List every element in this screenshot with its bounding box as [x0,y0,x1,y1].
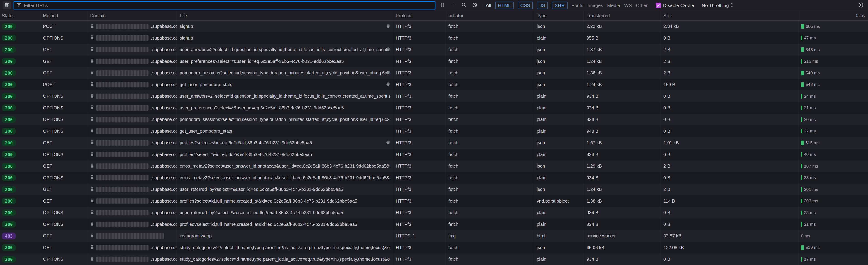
file-cell: user_referred_by?select=*&user_id=eq.6c2… [177,207,393,219]
domain-cell: .supabase.co [87,21,177,32]
filter-tab-ws[interactable]: WS [624,3,632,8]
lock-icon [90,35,94,41]
protocol-cell: HTTP/3 [393,254,446,265]
lock-icon [90,58,94,64]
domain-suffix: .supabase.co [151,105,177,110]
waterfall-time: 24 ms [804,94,816,99]
throttling-select[interactable]: No Throttling [702,2,734,8]
request-file: instagram.webp [180,233,390,238]
pause-recording-button[interactable] [438,1,446,9]
column-header-file[interactable]: File [177,11,393,20]
filter-tab-fonts[interactable]: Fonts [571,3,584,8]
table-row[interactable]: 200 GET .supabase.co profiles?select=*&i… [0,137,868,149]
waterfall-time: 21 ms [804,222,816,227]
table-row[interactable]: 200 OPTIONS .supabase.co profiles?select… [0,149,868,161]
filter-tab-css[interactable]: CSS [518,2,533,9]
initiator-cell: fetch [446,67,534,79]
disable-cache-label: Disable Cache [663,3,694,8]
protocol-cell: HTTP/3 [393,114,446,126]
waterfall-bar [801,257,802,262]
column-header-status[interactable]: Status [0,11,40,20]
table-row[interactable]: 200 OPTIONS .supabase.co erros_metav2?se… [0,172,868,184]
table-row[interactable]: 200 OPTIONS .supabase.co profiles?select… [0,219,868,230]
size-cell: 114 B [661,195,799,207]
status-badge: 200 [2,151,16,158]
filter-tab-all[interactable]: All [486,3,491,8]
waterfall-bar [801,152,802,157]
redacted-domain [96,198,149,204]
hand-icon [385,140,391,146]
initiator-cell: fetch [446,242,534,254]
column-header-domain[interactable]: Domain [87,11,177,20]
column-header-initiator[interactable]: Initiator [446,11,534,20]
table-row[interactable]: 200 OPTIONS .supabase.co user_preference… [0,102,868,114]
domain-cell: .supabase.co [87,91,177,102]
updown-arrows-icon [730,2,734,8]
type-cell: json [534,21,584,32]
search-button[interactable] [460,1,468,9]
table-row[interactable]: 200 GET .supabase.co user_answersv2?sele… [0,44,868,56]
settings-button[interactable] [857,1,865,9]
column-header-type[interactable]: Type [534,11,584,20]
domain-suffix: .supabase.co [151,117,177,122]
table-row[interactable]: 200 OPTIONS .supabase.co user_referred_b… [0,207,868,219]
redacted-domain [96,70,149,76]
initiator-cell: fetch [446,254,534,265]
table-row[interactable]: 200 OPTIONS .supabase.co pomodoro_sessio… [0,114,868,126]
column-header-size[interactable]: Size [661,11,799,20]
table-row[interactable]: 200 GET .supabase.co pomodoro_sessions?s… [0,67,868,79]
size-cell: 2 B [661,67,799,79]
file-cell: signup [177,21,393,32]
filter-tab-images[interactable]: Images [587,3,603,8]
protocol-cell: HTTP/3 [393,149,446,161]
status-badge: 200 [2,128,16,135]
request-file: user_answersv2?select=id,question_id,spe… [180,47,390,52]
filter-tab-js[interactable]: JS [537,2,548,9]
status-cell: 200 [0,32,40,44]
disable-cache-checkbox[interactable]: Disable Cache [655,3,694,8]
request-blocking-button[interactable] [471,1,479,9]
request-file: erros_metav2?select=user_answer_id,anota… [180,175,390,180]
initiator-cell: fetch [446,21,534,32]
filter-tab-xhr[interactable]: XHR [552,2,567,9]
domain-cell: .supabase.co [87,160,177,172]
table-row[interactable]: 200 GET .supabase.co user_referred_by?se… [0,184,868,195]
initiator-cell: fetch [446,56,534,67]
column-header-protocol[interactable]: Protocol [393,11,446,20]
file-cell: erros_metav2?select=user_answer_id,anota… [177,160,393,172]
lock-icon [90,105,94,111]
filter-tab-media[interactable]: Media [607,3,620,8]
waterfall-cell: 21 ms [799,219,868,230]
table-row[interactable]: 200 GET .supabase.co study_categoriesv2?… [0,242,868,254]
table-row[interactable]: 200 GET .supabase.co erros_metav2?select… [0,160,868,172]
hand-icon [385,81,391,88]
type-cell: json [534,184,584,195]
filter-tab-other[interactable]: Other [636,3,648,8]
table-row[interactable]: 200 OPTIONS .supabase.co study_categorie… [0,254,868,265]
column-header-method[interactable]: Method [40,11,87,20]
transferred-cell: 1.67 kB [584,137,661,149]
table-row[interactable]: 403 GET instagram.webp HTTP/1.1 img html… [0,230,868,242]
table-row[interactable]: 200 POST .supabase.co get_user_pomodoro_… [0,79,868,91]
table-row[interactable]: 200 POST .supabase.co signup HTTP/3 fetc… [0,21,868,32]
table-row[interactable]: 200 OPTIONS .supabase.co get_user_pomodo… [0,126,868,137]
waterfall-time: 548 ms [806,82,819,87]
filter-funnel-icon [17,3,21,8]
request-file: user_answersv2?select=id,question_id,spe… [180,94,390,99]
file-cell: user_referred_by?select=*&user_id=eq.6c2… [177,184,393,195]
new-request-button[interactable] [449,1,457,9]
status-badge: 200 [2,81,16,88]
table-row[interactable]: 200 OPTIONS .supabase.co user_answersv2?… [0,91,868,102]
filter-tab-html[interactable]: HTML [495,2,514,9]
clear-requests-button[interactable] [3,1,11,9]
domain-suffix: .supabase.co [151,47,177,52]
filter-urls-field [13,1,435,9]
waterfall-bar [801,141,804,145]
table-row[interactable]: 200 GET .supabase.co profiles?select=id,… [0,195,868,207]
column-header-transferred[interactable]: Transferred [584,11,661,20]
table-row[interactable]: 200 OPTIONS .supabase.co signup HTTP/3 f… [0,32,868,44]
transferred-cell: 1.29 kB [584,160,661,172]
filter-urls-input[interactable] [24,2,432,8]
column-header-waterfall[interactable]: 0 ms [799,11,868,20]
table-row[interactable]: 200 GET .supabase.co user_preferences?se… [0,56,868,67]
